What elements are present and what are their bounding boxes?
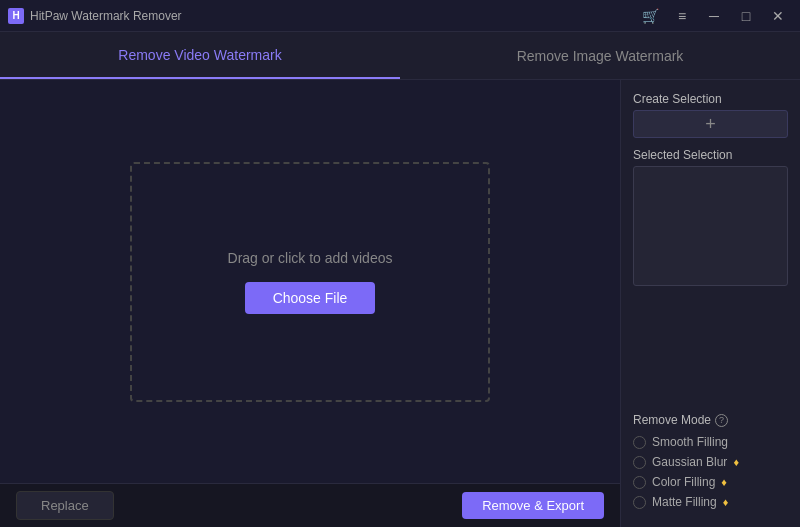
premium-icon-matte: ♦ <box>723 496 729 508</box>
remove-export-button[interactable]: Remove & Export <box>462 492 604 519</box>
radio-gaussian[interactable] <box>633 456 646 469</box>
app-icon: H <box>8 8 24 24</box>
title-bar-left: H HitPaw Watermark Remover <box>8 8 182 24</box>
tab-video[interactable]: Remove Video Watermark <box>0 32 400 79</box>
mode-color[interactable]: Color Filling ♦ <box>633 475 788 489</box>
create-selection-button[interactable]: + <box>633 110 788 138</box>
radio-smooth[interactable] <box>633 436 646 449</box>
selected-selection-section: Selected Selection <box>633 148 788 399</box>
premium-icon-gaussian: ♦ <box>733 456 739 468</box>
maximize-button[interactable]: □ <box>732 6 760 26</box>
content-area: Drag or click to add videos Choose File … <box>0 80 620 527</box>
radio-color[interactable] <box>633 476 646 489</box>
mode-gaussian[interactable]: Gaussian Blur ♦ <box>633 455 788 469</box>
minimize-button[interactable]: ─ <box>700 6 728 26</box>
selected-selection-label: Selected Selection <box>633 148 788 162</box>
create-selection-label: Create Selection <box>633 92 788 106</box>
create-selection-section: Create Selection + <box>633 92 788 138</box>
menu-button[interactable]: ≡ <box>668 6 696 26</box>
mode-matte[interactable]: Matte Filling ♦ <box>633 495 788 509</box>
remove-mode-section: Remove Mode ? Smooth Filling Gaussian Bl… <box>633 413 788 515</box>
remove-mode-label: Remove Mode ? <box>633 413 788 427</box>
premium-icon-color: ♦ <box>721 476 727 488</box>
cart-button[interactable]: 🛒 <box>636 6 664 26</box>
main-layout: Drag or click to add videos Choose File … <box>0 80 800 527</box>
tab-image[interactable]: Remove Image Watermark <box>400 32 800 79</box>
drop-zone-text: Drag or click to add videos <box>228 250 393 266</box>
remove-mode-help-icon[interactable]: ? <box>715 414 728 427</box>
selected-selection-box <box>633 166 788 286</box>
sidebar: Create Selection + Selected Selection Re… <box>620 80 800 527</box>
window-controls: 🛒 ≡ ─ □ ✕ <box>636 6 792 26</box>
mode-smooth[interactable]: Smooth Filling <box>633 435 788 449</box>
drop-zone[interactable]: Drag or click to add videos Choose File <box>130 162 490 402</box>
video-area: Drag or click to add videos Choose File <box>0 80 620 483</box>
replace-button[interactable]: Replace <box>16 491 114 520</box>
app-title: HitPaw Watermark Remover <box>30 9 182 23</box>
title-bar: H HitPaw Watermark Remover 🛒 ≡ ─ □ ✕ <box>0 0 800 32</box>
bottom-bar: Replace Remove & Export <box>0 483 620 527</box>
close-button[interactable]: ✕ <box>764 6 792 26</box>
radio-matte[interactable] <box>633 496 646 509</box>
choose-file-button[interactable]: Choose File <box>245 282 376 314</box>
tab-bar: Remove Video Watermark Remove Image Wate… <box>0 32 800 80</box>
